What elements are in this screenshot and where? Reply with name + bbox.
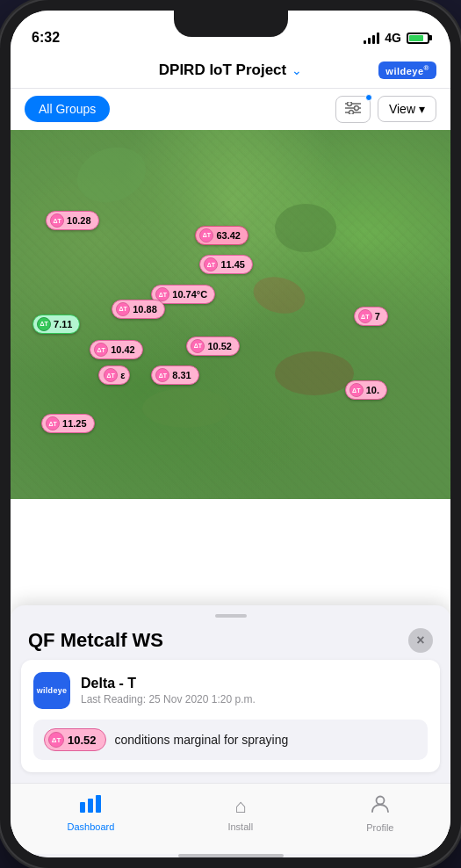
all-groups-button[interactable]: All Groups <box>25 96 110 122</box>
sensor-value: 7 <box>375 311 380 322</box>
sensor-marker[interactable]: ΔT 7 <box>354 307 388 326</box>
sensor-marker[interactable]: ΔT 10.28 <box>46 211 99 230</box>
badge-delta-icon: ΔT <box>48 732 64 748</box>
network-type: 4G <box>385 31 401 45</box>
tab-dashboard-label: Dashboard <box>68 821 115 832</box>
phone-frame: 6:32 4G DPIRD IoT Project ⌄ wildeye® <box>0 0 461 868</box>
reading-row: ΔT 10.52 conditions marginal for sprayin… <box>33 720 428 760</box>
svg-point-3 <box>347 102 351 106</box>
sensor-marker[interactable]: ΔT 63.42 <box>195 226 249 245</box>
bottom-panel: QF Metcalf WS × wildeye Delta - T Last R… <box>11 605 450 857</box>
sensor-delta-icon: ΔT <box>50 213 64 228</box>
wildeye-logo: wildeye® <box>378 61 436 79</box>
status-right: 4G <box>364 31 429 45</box>
sensor-delta-icon: ΔT <box>349 383 364 397</box>
toolbar-right: View ▾ <box>335 96 436 123</box>
logo-text: wildeye® <box>378 61 436 79</box>
tab-profile-label: Profile <box>366 822 393 833</box>
profile-icon <box>371 794 390 819</box>
battery-fill <box>409 35 423 41</box>
sensor-delta-icon: ΔT <box>104 368 118 382</box>
sensor-value: 8.31 <box>172 370 191 380</box>
map-area[interactable]: ΔT 10.28 ΔT 63.42 ΔT 11.45 ΔT 10.74°C ΔT <box>11 130 450 499</box>
svg-point-4 <box>354 105 358 110</box>
signal-bars <box>364 33 379 44</box>
sensor-marker[interactable]: ΔT 8.31 <box>151 365 198 385</box>
home-indicator <box>178 854 284 857</box>
project-title: DPIRD IoT Project <box>159 61 286 79</box>
svg-rect-7 <box>88 799 93 813</box>
sensor-marker[interactable]: ΔT 11.45 <box>199 255 253 274</box>
last-reading: Last Reading: 25 Nov 2020 1:20 p.m. <box>81 693 256 705</box>
sensor-delta-icon: ΔT <box>155 368 169 382</box>
sensor-delta-icon: ΔT <box>191 339 205 353</box>
sensor-value: 10.42 <box>111 344 135 355</box>
sensor-value: 10. <box>366 385 379 395</box>
filter-button[interactable] <box>335 96 371 123</box>
reading-badge: ΔT 10.52 <box>44 728 106 751</box>
svg-rect-8 <box>96 795 101 813</box>
project-chevron-icon[interactable]: ⌄ <box>292 63 302 77</box>
card-header: wildeye Delta - T Last Reading: 25 Nov 2… <box>33 672 428 709</box>
sensor-value: 11.45 <box>220 259 245 270</box>
chevron-down-icon: ▾ <box>419 102 425 116</box>
sensor-delta-icon: ΔT <box>94 343 108 357</box>
svg-point-9 <box>376 797 384 805</box>
toolbar: All Groups <box>11 89 450 130</box>
sensor-marker[interactable]: ΔT 10. <box>345 380 387 400</box>
sensor-delta-icon: ΔT <box>204 257 218 271</box>
sensor-marker[interactable]: ΔT 10.42 <box>90 340 143 359</box>
sensor-marker[interactable]: ΔT ε <box>98 365 130 385</box>
wildeye-avatar: wildeye <box>33 672 70 709</box>
install-icon: ⌂ <box>234 795 246 818</box>
reading-value: 10.52 <box>68 734 97 747</box>
tab-install-label: Install <box>227 821 253 832</box>
reading-condition: conditions marginal for spraying <box>115 733 289 747</box>
terrain-patch <box>142 388 230 428</box>
sensor-marker[interactable]: ΔT 7.11 <box>32 315 80 334</box>
sensor-marker[interactable]: ΔT 10.88 <box>112 300 165 319</box>
sensor-name: Delta - T <box>81 676 256 691</box>
sensor-delta-icon: ΔT <box>46 416 60 430</box>
tab-install[interactable]: ⌂ Install <box>210 792 270 835</box>
sensor-marker[interactable]: ΔT 10.52 <box>186 336 240 356</box>
status-time: 6:32 <box>32 30 60 46</box>
sensor-value: 10.28 <box>67 215 91 226</box>
card-info: Delta - T Last Reading: 25 Nov 2020 1:20… <box>81 676 256 705</box>
app-header: DPIRD IoT Project ⌄ wildeye® <box>11 54 450 89</box>
sensor-delta-icon: ΔT <box>358 309 372 323</box>
sensor-value: 10.74°C <box>172 289 207 300</box>
terrain-patch <box>275 351 354 395</box>
sensor-marker[interactable]: ΔT 11.25 <box>41 414 95 433</box>
view-button[interactable]: View ▾ <box>378 96 436 122</box>
panel-close-button[interactable]: × <box>408 628 433 653</box>
sensor-delta-icon: ΔT <box>199 228 213 242</box>
tab-dashboard[interactable]: Dashboard <box>50 792 133 835</box>
notch <box>174 11 288 37</box>
sensor-value: 63.42 <box>216 230 241 241</box>
sensor-value: ε <box>120 370 125 380</box>
avatar-text: wildeye <box>37 686 68 695</box>
panel-header: QF Metcalf WS × <box>11 618 450 660</box>
tab-profile[interactable]: Profile <box>349 791 411 836</box>
svg-rect-6 <box>80 802 85 813</box>
panel-title: QF Metcalf WS <box>28 629 163 652</box>
sensor-value: 10.88 <box>133 304 157 315</box>
sensor-delta-icon: ΔT <box>37 317 51 331</box>
sensor-value: 7.11 <box>54 319 72 329</box>
view-label: View <box>389 102 415 116</box>
sensor-delta-icon: ΔT <box>116 302 130 316</box>
header-center: DPIRD IoT Project ⌄ <box>159 61 302 79</box>
sensor-card: wildeye Delta - T Last Reading: 25 Nov 2… <box>21 660 440 772</box>
terrain-patch <box>275 204 336 252</box>
battery-indicator <box>407 33 429 44</box>
dashboard-icon <box>80 795 101 818</box>
svg-point-5 <box>349 110 353 114</box>
filter-icon <box>345 102 361 117</box>
tab-bar: Dashboard ⌂ Install Profile <box>11 783 450 854</box>
sensor-value: 10.52 <box>207 341 232 351</box>
filter-dot <box>365 94 372 101</box>
sensor-value: 11.25 <box>62 418 87 429</box>
screen: 6:32 4G DPIRD IoT Project ⌄ wildeye® <box>11 11 450 857</box>
